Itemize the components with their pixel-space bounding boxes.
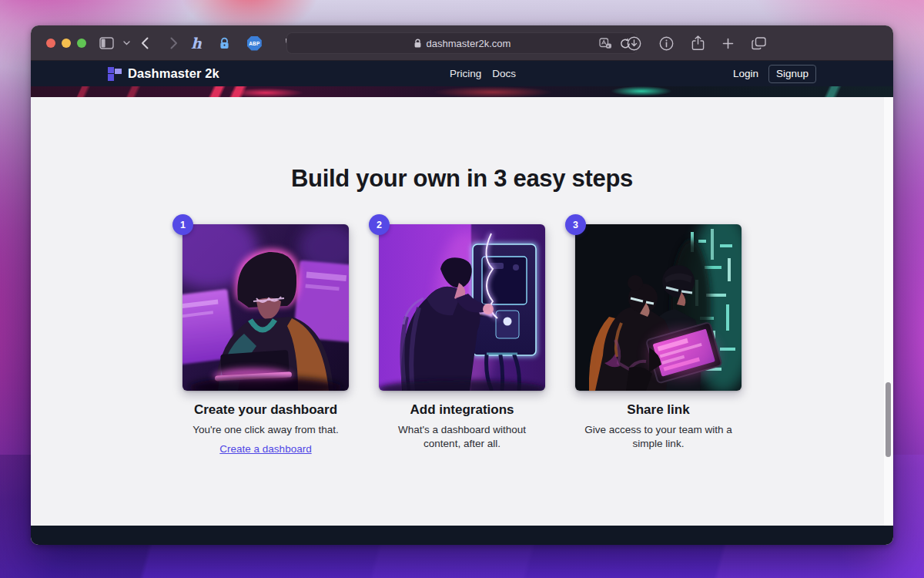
honey-extension-icon[interactable]: h [187,32,206,55]
url-text: dashmaster2k.com [427,38,511,49]
info-icon[interactable] [655,32,678,55]
sidebar-icon[interactable] [95,32,118,55]
forward-icon[interactable] [166,32,182,55]
step-description: What's a dashboard without content, afte… [379,423,545,451]
lock-icon [413,39,422,49]
tab-overview-icon[interactable] [748,32,770,55]
step-card-create-dashboard: 1 Create your dashboard You're one click… [182,224,349,455]
chevron-down-icon[interactable] [119,32,134,55]
window-controls [46,39,86,48]
step-description: Give access to your team with a simple l… [575,423,742,451]
signup-button[interactable]: Signup [768,65,816,83]
minimize-button[interactable] [62,39,71,48]
nav-link-docs[interactable]: Docs [492,68,516,79]
download-icon[interactable] [623,32,645,55]
brand-name: Dashmaster 2k [128,66,219,81]
create-dashboard-link[interactable]: Create a dashboard [219,443,311,455]
address-bar[interactable]: dashmaster2k.com [286,32,638,54]
step-badge: 1 [172,214,193,235]
lock-extension-icon[interactable] [214,32,235,55]
steps-row: 1 Create your dashboard You're one click… [31,224,893,455]
step-title: Share link [575,402,742,418]
nav-links: Pricing Docs [450,68,516,79]
share-icon[interactable] [688,32,708,55]
translate-icon[interactable] [599,38,612,49]
close-button[interactable] [46,39,55,48]
scrollbar-thumb[interactable] [886,382,891,457]
back-icon[interactable] [137,32,152,55]
safari-window: h ABP dashmaster2k.com [31,25,893,545]
site-navbar: Dashmaster 2k Pricing Docs Login Signup [31,61,893,86]
section-heading: Build your own in 3 easy steps [31,165,893,193]
hero-image-bottom-edge [31,86,893,97]
nav-link-pricing[interactable]: Pricing [450,68,481,79]
step-3-illustration [575,224,742,391]
step-badge: 2 [369,214,390,235]
zoom-button[interactable] [77,39,86,48]
browser-toolbar: h ABP dashmaster2k.com [31,25,893,61]
step-title: Create your dashboard [182,402,349,418]
adblock-extension-icon[interactable]: ABP [243,32,266,55]
new-tab-icon[interactable] [718,32,738,55]
step-2-illustration [379,224,545,391]
brand[interactable]: Dashmaster 2k [108,66,219,81]
step-card-share-link: 3 Share link Give access to your team wi… [575,224,742,455]
scrollbar-track[interactable] [884,97,892,526]
step-title: Add integrations [379,402,545,418]
step-1-illustration [182,224,349,391]
login-link[interactable]: Login [733,68,758,79]
step-card-add-integrations: 2 Add integrations What's a dashboard wi… [379,224,545,455]
page-content: Build your own in 3 easy steps [31,97,893,526]
step-badge: 3 [565,214,586,235]
brand-logo-icon [108,67,122,81]
abp-label: ABP [247,36,262,51]
step-description: You're one click away from that. [182,423,349,437]
site-footer [31,526,893,545]
